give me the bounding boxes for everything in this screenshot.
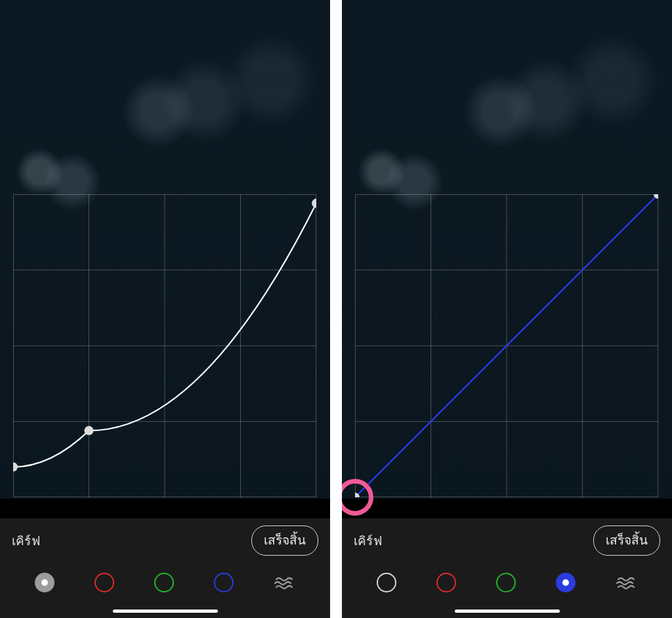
black-strip (342, 499, 672, 518)
channel-blue[interactable] (214, 573, 234, 592)
channel-row (342, 564, 672, 601)
toolbar: เคิร์ฟ เสร็จสิ้น (0, 518, 330, 618)
done-button[interactable]: เสร็จสิ้น (251, 525, 318, 556)
toolbar: เคิร์ฟ เสร็จสิ้น (342, 518, 672, 618)
channel-green[interactable] (496, 573, 516, 592)
channel-red[interactable] (94, 573, 114, 592)
channel-row (0, 564, 330, 601)
home-indicator[interactable] (455, 609, 560, 613)
curve-point[interactable] (312, 199, 316, 208)
channel-waves[interactable] (274, 573, 296, 592)
channel-blue[interactable] (556, 573, 576, 592)
tool-title: เคิร์ฟ (354, 531, 382, 550)
channel-red[interactable] (436, 573, 456, 592)
curve-point[interactable] (85, 426, 94, 435)
done-button[interactable]: เสร็จสิ้น (593, 525, 660, 556)
home-indicator[interactable] (113, 609, 218, 613)
channel-waves[interactable] (616, 573, 638, 592)
editor-right: เคิร์ฟ เสร็จสิ้น (342, 0, 672, 618)
curve-point[interactable] (13, 463, 18, 472)
curve-path[interactable] (355, 194, 658, 497)
tool-title: เคิร์ฟ (12, 531, 40, 550)
channel-luminance[interactable] (35, 573, 54, 592)
curves-grid[interactable] (13, 194, 316, 497)
channel-green[interactable] (154, 573, 174, 592)
curve-path[interactable] (13, 194, 316, 497)
channel-luminance[interactable] (377, 573, 396, 592)
editor-left: เคิร์ฟ เสร็จสิ้น (0, 0, 330, 618)
curves-grid[interactable] (355, 194, 658, 497)
black-strip (0, 499, 330, 518)
screenshot-pair: เคิร์ฟ เสร็จสิ้น (0, 0, 672, 618)
gap (330, 0, 342, 618)
